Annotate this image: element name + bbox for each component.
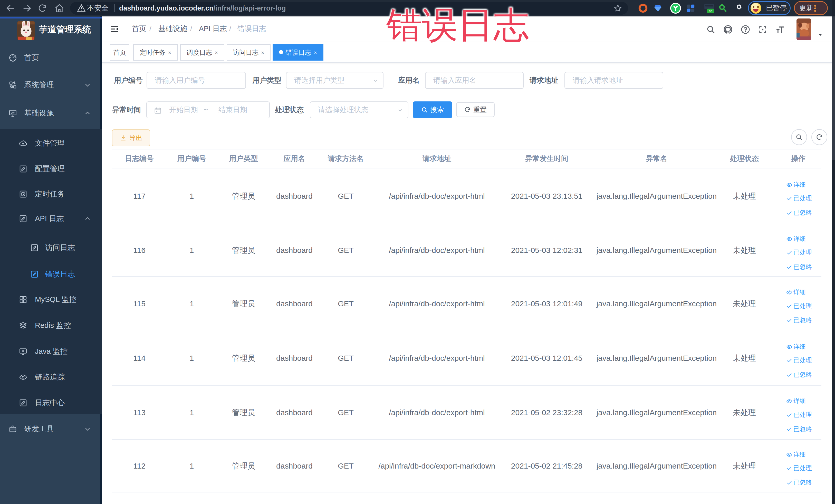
- svg-text:on: on: [709, 9, 712, 13]
